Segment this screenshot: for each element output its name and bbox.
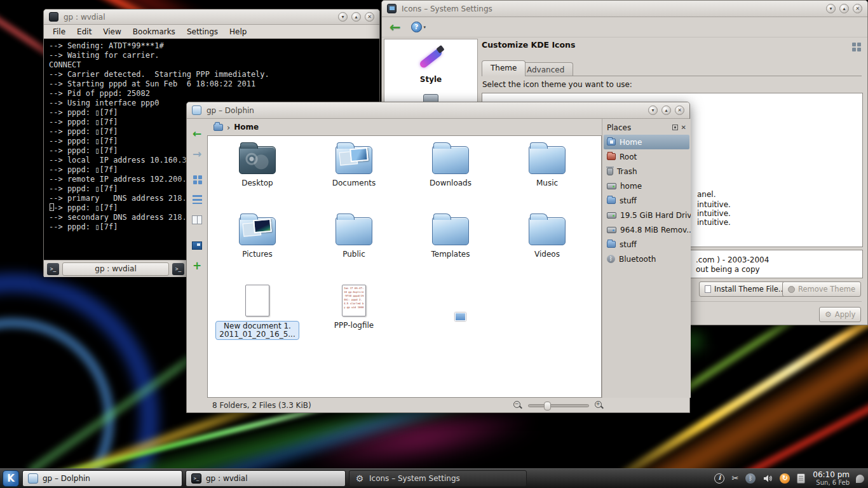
remove-theme-button[interactable]: Remove Theme bbox=[782, 281, 861, 297]
minimize-icon[interactable]: ▾ bbox=[826, 4, 836, 13]
close-icon[interactable]: ✕ bbox=[365, 12, 374, 22]
places-title: Places bbox=[607, 123, 669, 132]
tab-advanced[interactable]: Advanced bbox=[518, 62, 573, 76]
dolphin-window-icon[interactable] bbox=[192, 105, 201, 115]
category-style[interactable]: Style bbox=[384, 44, 477, 84]
description-text-fragment: out being a copy bbox=[696, 265, 760, 274]
maximize-icon[interactable]: ▴ bbox=[839, 4, 849, 13]
preview-icon[interactable] bbox=[190, 238, 204, 252]
folder-item-videos[interactable]: Videos bbox=[499, 210, 595, 281]
back-icon[interactable]: ← bbox=[390, 20, 401, 34]
folder-icon bbox=[336, 146, 372, 174]
close-icon[interactable]: ✕ bbox=[675, 105, 684, 115]
terminal-window-icon[interactable] bbox=[49, 12, 58, 22]
device-notifier-icon[interactable] bbox=[797, 473, 805, 484]
columns-view-icon[interactable] bbox=[190, 213, 204, 227]
settings-toolbar: ← ? ▾ bbox=[382, 17, 867, 37]
folder-item-pictures[interactable]: Pictures bbox=[209, 210, 306, 281]
places-panel: Places ✕ Home Root Trash home bbox=[602, 119, 691, 398]
places-item-removable[interactable]: 964.8 MiB Remov... bbox=[602, 222, 691, 237]
menu-help[interactable]: Help bbox=[229, 27, 247, 36]
volume-icon[interactable] bbox=[763, 473, 773, 484]
menu-view[interactable]: View bbox=[103, 27, 121, 36]
settings-window-icon[interactable] bbox=[387, 4, 397, 13]
folder-icon bbox=[239, 146, 276, 174]
trash-icon bbox=[607, 168, 613, 175]
places-item-trash[interactable]: Trash bbox=[602, 164, 691, 179]
breadcrumb-separator: › bbox=[227, 123, 230, 132]
clock[interactable]: 06:10 pm Sun, 6 Feb bbox=[813, 470, 850, 487]
menu-edit[interactable]: Edit bbox=[77, 27, 92, 36]
apply-button[interactable]: ⚙ Apply bbox=[819, 307, 861, 322]
bluetooth-tray-icon[interactable]: ᛒ bbox=[745, 473, 756, 484]
file-item-new-document[interactable]: New document 1. 2011_01_20_16_5... bbox=[209, 281, 306, 363]
folder-item-desktop[interactable]: Desktop bbox=[209, 139, 306, 210]
zoom-out-icon[interactable]: − bbox=[513, 401, 522, 410]
settings-titlebar[interactable]: Icons – System Settings ▾ ▴ ✕ bbox=[382, 1, 867, 17]
places-item-home[interactable]: Home bbox=[604, 135, 689, 149]
menu-file[interactable]: File bbox=[53, 27, 65, 36]
logfile-preview-text: Jan 17 09:47:18 gp-Asplire-5738 pppd[194… bbox=[342, 285, 365, 311]
breadcrumb-home[interactable]: Home bbox=[234, 123, 259, 132]
places-selector-icon[interactable] bbox=[214, 124, 223, 131]
folder-item-documents[interactable]: Documents bbox=[306, 139, 402, 210]
folder-item-templates[interactable]: Templates bbox=[402, 210, 499, 281]
drive-icon bbox=[607, 183, 616, 189]
minimize-icon[interactable]: ▾ bbox=[648, 105, 658, 115]
task-label: gp : wvdial bbox=[206, 474, 247, 483]
bluetooth-icon: ᛒ bbox=[607, 255, 615, 263]
terminal-menubar: File Edit View Bookmarks Settings Help bbox=[44, 25, 379, 39]
forward-icon[interactable]: → bbox=[190, 147, 204, 161]
task-label: Icons – System Settings bbox=[369, 474, 460, 483]
folder-view[interactable]: Desktop Documents Downloads Music Pictur… bbox=[207, 135, 602, 398]
zoom-in-icon[interactable]: + bbox=[595, 401, 604, 410]
details-view-icon[interactable] bbox=[190, 193, 204, 207]
detach-panel-icon[interactable] bbox=[672, 125, 678, 130]
tab-theme[interactable]: Theme bbox=[482, 60, 526, 76]
places-item-stuff-2[interactable]: stuff bbox=[602, 237, 691, 252]
icons-view-icon[interactable] bbox=[190, 172, 204, 186]
view-mode-icon[interactable] bbox=[851, 42, 861, 51]
maximize-icon[interactable]: ▴ bbox=[661, 105, 671, 115]
info-icon[interactable]: i bbox=[714, 473, 724, 484]
close-panel-icon[interactable]: ✕ bbox=[681, 124, 686, 131]
menu-bookmarks[interactable]: Bookmarks bbox=[133, 27, 175, 36]
new-tab-icon[interactable]: >_ bbox=[47, 263, 59, 275]
panel-cashew-icon[interactable] bbox=[856, 475, 864, 483]
close-icon[interactable]: ✕ bbox=[853, 4, 862, 13]
places-item-hard-drive[interactable]: 19.5 GiB Hard Drive bbox=[602, 208, 691, 222]
taskbar-task-wvdial[interactable]: >_ gp : wvdial bbox=[186, 470, 346, 487]
document-icon bbox=[245, 285, 269, 316]
update-notifier-icon[interactable]: ↻ bbox=[780, 473, 790, 484]
split-view-icon[interactable]: + bbox=[190, 259, 204, 273]
back-icon[interactable]: ← bbox=[190, 126, 204, 140]
places-item-home-partition[interactable]: home bbox=[602, 179, 691, 193]
tab-list-icon[interactable]: >_ bbox=[172, 263, 184, 275]
folder-item-public[interactable]: Public bbox=[306, 210, 402, 281]
install-theme-button[interactable]: Install Theme File... bbox=[699, 281, 791, 297]
zoom-slider[interactable] bbox=[528, 404, 589, 407]
kde-menu-button[interactable]: K bbox=[3, 470, 19, 487]
clock-time: 06:10 pm bbox=[813, 470, 850, 479]
help-button[interactable]: ? ▾ bbox=[411, 22, 426, 32]
minimize-icon[interactable]: ▾ bbox=[338, 12, 348, 22]
breadcrumb: › Home bbox=[207, 119, 602, 135]
folder-item-downloads[interactable]: Downloads bbox=[402, 139, 499, 210]
klipper-scissors-icon[interactable]: ✂ bbox=[731, 473, 738, 484]
places-item-stuff[interactable]: stuff bbox=[602, 193, 691, 208]
menu-settings[interactable]: Settings bbox=[187, 27, 218, 36]
folder-item-music[interactable]: Music bbox=[499, 139, 595, 210]
places-item-root[interactable]: Root bbox=[602, 149, 691, 164]
file-item-ppp-logfile[interactable]: Jan 17 09:47:18 gp-Asplire-5738 pppd[194… bbox=[306, 281, 402, 363]
taskbar-task-dolphin[interactable]: gp – Dolphin bbox=[22, 470, 182, 487]
places-item-bluetooth[interactable]: ᛒ Bluetooth bbox=[602, 252, 691, 266]
page-title: Customize KDE Icons bbox=[482, 40, 575, 50]
zoom-slider-handle[interactable] bbox=[544, 402, 551, 410]
terminal-titlebar[interactable]: gp : wvdial ▾ ▴ ✕ bbox=[44, 10, 379, 25]
maximize-icon[interactable]: ▴ bbox=[351, 12, 361, 22]
stray-thumbnail-icon bbox=[455, 313, 466, 321]
gear-icon: ⚙ bbox=[355, 473, 365, 484]
dolphin-titlebar[interactable]: gp – Dolphin ▾ ▴ ✕ bbox=[187, 102, 689, 119]
terminal-tab[interactable]: gp : wvdial bbox=[62, 262, 169, 276]
taskbar-task-system-settings[interactable]: ⚙ Icons – System Settings bbox=[349, 470, 527, 487]
